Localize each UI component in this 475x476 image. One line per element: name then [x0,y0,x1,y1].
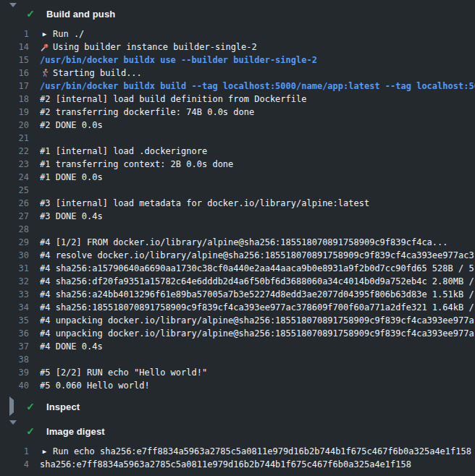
line-number[interactable]: 30 [0,249,29,262]
log-line[interactable]: 18 #2 [internal] load build definition f… [0,93,475,106]
log-line[interactable]: 39 #5 [2/2] RUN echo "Hello world!" [0,366,475,379]
log-line[interactable]: 4 sha256:e7ff8834a5963a2785c5a0811e979d1… [0,458,475,471]
log-line[interactable]: 22 #1 [internal] load .dockerignore [0,145,475,158]
chevron-down-icon[interactable] [9,425,17,438]
line-text: /usr/bin/docker buildx use --builder bui… [40,54,317,67]
line-number[interactable]: 19 [0,106,29,119]
line-text: #4 [1/2] FROM docker.io/library/alpine@s… [40,236,448,249]
log-line[interactable]: 1 ▶Run echo sha256:e7ff8834a5963a2785c5a… [0,445,475,458]
log-line[interactable]: 26 #3 [internal] load metadata for docke… [0,197,475,210]
log-line[interactable]: 35 #4 unpacking docker.io/library/alpine… [0,314,475,327]
line-number[interactable]: 4 [0,458,29,471]
line-text: #2 transferring dockerfile: 74B 0.0s don… [40,106,254,119]
log-line[interactable]: 37 #4 DONE 0.4s [0,340,475,353]
log-group: ✓ Image digest 1 ▶Run echo sha256:e7ff88… [0,424,475,471]
line-number[interactable]: 36 [0,327,29,340]
log-line[interactable]: 21 [0,132,475,145]
pushpin-icon [40,42,49,52]
line-number[interactable]: 18 [0,93,29,106]
line-number[interactable]: 22 [0,145,29,158]
check-success-icon: ✓ [25,426,35,436]
line-number[interactable]: 17 [0,80,29,93]
line-text: sha256:e7ff8834a5963a2785c5a0811e979d16b… [40,458,411,471]
log-line[interactable]: 27 #3 DONE 0.4s [0,210,475,223]
log-line[interactable]: 20 #2 DONE 0.0s [0,119,475,132]
log-line[interactable]: 29 #4 [1/2] FROM docker.io/library/alpin… [0,236,475,249]
line-number[interactable]: 38 [0,353,29,366]
log-groups: ✓ Build and push 1 ▶Run ./ 14 Using buil… [0,7,475,471]
log-line[interactable]: 31 #4 sha256:a15790640a6690aa1730c38cf0a… [0,262,475,275]
line-text: Using builder instance builder-single-2 [53,41,257,54]
line-number[interactable]: 25 [0,184,29,197]
log-lines: 1 ▶Run echo sha256:e7ff8834a5963a2785c5a… [0,438,475,471]
log-line[interactable]: 16 Starting build... [0,67,475,80]
log-group-title[interactable]: Inspect [46,401,80,412]
play-icon[interactable]: ▶ [40,446,49,456]
line-number[interactable]: 14 [0,41,29,54]
line-number[interactable]: 28 [0,223,29,236]
line-number[interactable]: 23 [0,158,29,171]
line-number[interactable]: 29 [0,236,29,249]
log-group-title[interactable]: Image digest [46,426,105,437]
line-number[interactable]: 24 [0,171,29,184]
log-group: ✓ Inspect [0,399,475,414]
log-line[interactable]: 30 #4 resolve docker.io/library/alpine@s… [0,249,475,262]
log-line[interactable]: 36 #4 unpacking docker.io/library/alpine… [0,327,475,340]
line-text: #4 sha256:df20fa9351a15782c64e6dddb2d4a6… [40,275,474,288]
workflow-log-viewer: ✓ Build and push 1 ▶Run ./ 14 Using buil… [0,0,475,476]
line-text: #1 DONE 0.0s [40,171,103,184]
line-text: Starting build... [53,67,142,80]
line-text: #4 sha256:a24bb4013296f61e89ba57005a7b3e… [40,288,474,301]
log-line[interactable]: 25 [0,184,475,197]
line-number[interactable]: 26 [0,197,29,210]
line-number[interactable]: 33 [0,288,29,301]
line-number[interactable]: 34 [0,301,29,314]
play-icon[interactable]: ▶ [40,29,49,39]
log-line[interactable]: 34 #4 sha256:185518070891758909c9f839cf4… [0,301,475,314]
line-number[interactable]: 35 [0,314,29,327]
chevron-down-icon[interactable] [9,7,17,20]
line-text: Run ./ [53,27,84,41]
line-text: /usr/bin/docker buildx build --tag local… [40,80,475,93]
line-number[interactable]: 40 [0,379,29,392]
log-line[interactable]: 1 ▶Run ./ [0,27,475,41]
line-text: #1 transferring context: 2B 0.0s done [40,158,233,171]
line-number[interactable]: 16 [0,67,29,80]
log-line[interactable]: 24 #1 DONE 0.0s [0,171,475,184]
log-line[interactable]: 28 [0,223,475,236]
line-text: #5 0.060 Hello world! [40,379,150,392]
line-number[interactable]: 15 [0,54,29,67]
line-number[interactable]: 27 [0,210,29,223]
log-line[interactable]: 33 #4 sha256:a24bb4013296f61e89ba57005a7… [0,288,475,301]
line-text: #3 DONE 0.4s [40,210,103,223]
log-group-header[interactable]: ✓ Inspect [0,399,475,414]
line-number[interactable]: 1 [0,27,29,41]
log-lines: 1 ▶Run ./ 14 Using builder instance buil… [0,21,475,392]
log-line[interactable]: 19 #2 transferring dockerfile: 74B 0.0s … [0,106,475,119]
line-number[interactable]: 31 [0,262,29,275]
line-number[interactable]: 1 [0,445,29,458]
line-number[interactable]: 39 [0,366,29,379]
log-line[interactable]: 17 /usr/bin/docker buildx build --tag lo… [0,80,475,93]
line-text: #4 sha256:185518070891758909c9f839cf4ca3… [40,301,474,314]
line-text: #2 DONE 0.0s [40,119,103,132]
line-text: #1 [internal] load .dockerignore [40,145,207,158]
log-group-header[interactable]: ✓ Build and push [0,7,475,21]
log-group-title[interactable]: Build and push [46,9,115,20]
line-text: #3 [internal] load metadata for docker.i… [40,197,369,210]
log-line[interactable]: 32 #4 sha256:df20fa9351a15782c64e6dddb2d… [0,275,475,288]
chevron-right-icon[interactable] [9,400,17,413]
log-line[interactable]: 38 [0,353,475,366]
log-group-header[interactable]: ✓ Image digest [0,424,475,438]
line-number[interactable]: 32 [0,275,29,288]
log-line[interactable]: 23 #1 transferring context: 2B 0.0s done [0,158,475,171]
line-number[interactable]: 21 [0,132,29,145]
check-success-icon: ✓ [25,401,35,412]
line-text: #4 sha256:a15790640a6690aa1730c38cf0a440… [40,262,474,275]
log-line[interactable]: 14 Using builder instance builder-single… [0,41,475,54]
line-number[interactable]: 20 [0,119,29,132]
line-number[interactable]: 37 [0,340,29,353]
log-line[interactable]: 15 /usr/bin/docker buildx use --builder … [0,54,475,67]
log-line[interactable]: 40 #5 0.060 Hello world! [0,379,475,392]
log-group: ✓ Build and push 1 ▶Run ./ 14 Using buil… [0,7,475,392]
